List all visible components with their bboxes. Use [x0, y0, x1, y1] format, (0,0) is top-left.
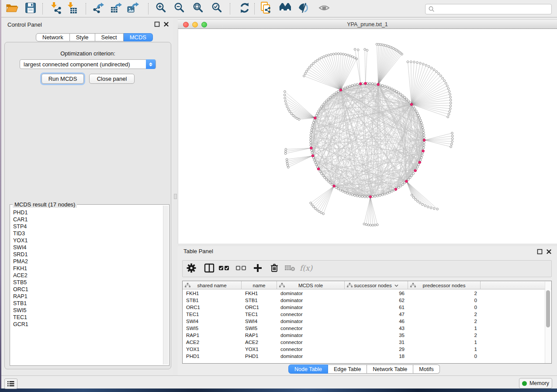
table-row[interactable]: SWI5 SWI5 connector 43 1: [183, 325, 545, 332]
search-objects-button[interactable]: [278, 2, 292, 15]
search-input[interactable]: [425, 4, 552, 14]
table-row[interactable]: YOX1 YOX1 connector 29 1: [183, 346, 545, 353]
hide-selected-button[interactable]: [297, 2, 311, 15]
mcds-result-scrollbar[interactable]: [163, 206, 168, 364]
run-mcds-button[interactable]: Run MCDS: [42, 74, 84, 84]
tab-node-table[interactable]: Node Table: [288, 364, 328, 374]
network-window-titlebar[interactable]: YPA_prune.txt_1: [178, 19, 557, 29]
table-row[interactable]: TEC1 TEC1 connector 47 2: [183, 311, 545, 318]
mcds-result-item[interactable]: ACE2: [13, 272, 28, 279]
table-scrollbar[interactable]: [545, 282, 551, 363]
cell-successor-nodes: 62: [345, 298, 405, 303]
table-row[interactable]: PHD1 PHD1 dominator 18 0: [183, 353, 545, 360]
tab-mcds[interactable]: MCDS: [124, 33, 153, 41]
mcds-result-item[interactable]: SRD1: [13, 251, 28, 258]
open-file-icon: [5, 1, 18, 16]
zoom-out-button[interactable]: [173, 2, 187, 15]
export-table-button[interactable]: [109, 2, 123, 15]
table-row[interactable]: SWI4 SWI4 dominator 46 2: [183, 318, 545, 325]
select-all-checks-button[interactable]: [217, 262, 232, 275]
zoom-selected-button[interactable]: [210, 2, 224, 15]
table-row[interactable]: ORC1 ORC1 dominator 61 0: [183, 304, 545, 311]
criterion-dropdown[interactable]: largest connected component (undirected): [20, 59, 156, 69]
delete-table-button[interactable]: [283, 262, 298, 275]
cell-shared-name: ORC1: [186, 305, 200, 310]
node-table[interactable]: shared namenameMCDS rolesuccessor nodesp…: [182, 281, 552, 364]
mcds-result-item[interactable]: STB5: [13, 279, 28, 286]
mcds-result-item[interactable]: SWI5: [13, 307, 28, 314]
splitter-handle[interactable]: [174, 194, 177, 199]
column-header-MCDS-role[interactable]: MCDS role: [277, 281, 345, 289]
cell-mcds-role: dominator: [280, 291, 303, 296]
zoom-fit-button[interactable]: [191, 2, 205, 15]
export-image-icon: [126, 1, 139, 16]
export-network-button[interactable]: [91, 2, 105, 15]
add-row-button[interactable]: [250, 262, 265, 275]
mcds-result-item[interactable]: STP4: [13, 223, 28, 230]
show-all-button[interactable]: [317, 2, 331, 15]
table-header-row[interactable]: shared namenameMCDS rolesuccessor nodesp…: [183, 281, 551, 289]
memory-button[interactable]: Memory: [519, 378, 552, 389]
deselect-all-checks-button[interactable]: [234, 262, 249, 275]
vertical-splitter[interactable]: [173, 18, 178, 375]
column-header-predecessor-nodes[interactable]: predecessor nodes: [408, 281, 481, 289]
float-table-panel-icon[interactable]: [537, 249, 543, 254]
export-image-button[interactable]: [126, 2, 140, 15]
tab-select[interactable]: Select: [95, 33, 124, 41]
mcds-result-item[interactable]: PHD1: [13, 209, 28, 216]
toolbar-separator: [230, 3, 230, 14]
mcds-result-item[interactable]: PMA2: [13, 258, 28, 265]
mcds-result-item[interactable]: ORC1: [13, 286, 28, 293]
close-panel-icon[interactable]: [163, 21, 169, 27]
tab-motifs[interactable]: Motifs: [413, 364, 439, 374]
table-row[interactable]: ACE2 ACE2 connector 31 1: [183, 339, 545, 346]
open-file-button[interactable]: [5, 2, 19, 15]
table-row[interactable]: RAP1 RAP1 dominator 35 2: [183, 332, 545, 339]
table-scrollbar-thumb[interactable]: [546, 290, 550, 327]
import-network-button[interactable]: [48, 2, 62, 15]
refresh-view-button[interactable]: [238, 2, 252, 15]
status-menu-button[interactable]: [4, 378, 17, 389]
mcds-result-item[interactable]: SWI4: [13, 244, 28, 251]
delete-rows-button[interactable]: [267, 262, 282, 275]
tab-network[interactable]: Network: [36, 33, 70, 41]
table-settings-button[interactable]: [184, 262, 199, 275]
mcds-result-item[interactable]: GCR1: [13, 321, 28, 328]
show-columns-button[interactable]: [202, 262, 217, 275]
mcds-result-item[interactable]: YOX1: [13, 237, 28, 244]
search-objects-icon: [279, 1, 292, 16]
cell-shared-name: STB1: [186, 298, 199, 303]
float-panel-icon[interactable]: [154, 21, 160, 27]
tab-style[interactable]: Style: [70, 33, 95, 41]
mcds-result-item[interactable]: STB1: [13, 300, 28, 307]
mcds-result-item[interactable]: TID3: [13, 230, 28, 237]
mcds-result-item[interactable]: RAP1: [13, 293, 28, 300]
close-table-panel-icon[interactable]: [546, 249, 552, 254]
mcds-result-list[interactable]: PHD1CAR1STP4TID3YOX1SWI4SRD1PMA2FKH1ACE2…: [13, 209, 28, 328]
network-canvas[interactable]: [178, 29, 557, 244]
delete-table-icon: [284, 264, 296, 274]
mcds-result-item[interactable]: FKH1: [13, 265, 28, 272]
zoom-in-button[interactable]: [154, 2, 168, 15]
mcds-result-item[interactable]: TEC1: [13, 314, 28, 321]
column-header-successor-nodes[interactable]: successor nodes: [345, 281, 408, 289]
tab-network-table[interactable]: Network Table: [367, 364, 413, 374]
tab-edge-table[interactable]: Edge Table: [328, 364, 367, 374]
toolbar-separator: [42, 3, 43, 14]
import-table-button[interactable]: [65, 2, 79, 15]
save-session-button[interactable]: [24, 2, 38, 15]
cell-mcds-role: connector: [280, 340, 303, 345]
column-header-name[interactable]: name: [242, 281, 277, 289]
close-panel-button[interactable]: Close panel: [89, 74, 135, 84]
table-row[interactable]: FKH1 FKH1 dominator 96 2: [183, 290, 545, 297]
clone-network-button[interactable]: [259, 2, 273, 15]
cell-predecessor-nodes: 0: [408, 354, 477, 359]
save-session-icon: [24, 1, 37, 16]
zoom-out-icon: [173, 1, 186, 16]
column-header-shared-name[interactable]: shared name: [183, 281, 242, 289]
mcds-result-item[interactable]: CAR1: [13, 216, 28, 223]
apply-function-icon: f(x): [299, 263, 314, 275]
table-row[interactable]: STB1 STB1 dominator 62 0: [183, 297, 545, 304]
apply-function-button[interactable]: f(x): [299, 262, 314, 275]
status-bar: Memory: [1, 375, 557, 389]
